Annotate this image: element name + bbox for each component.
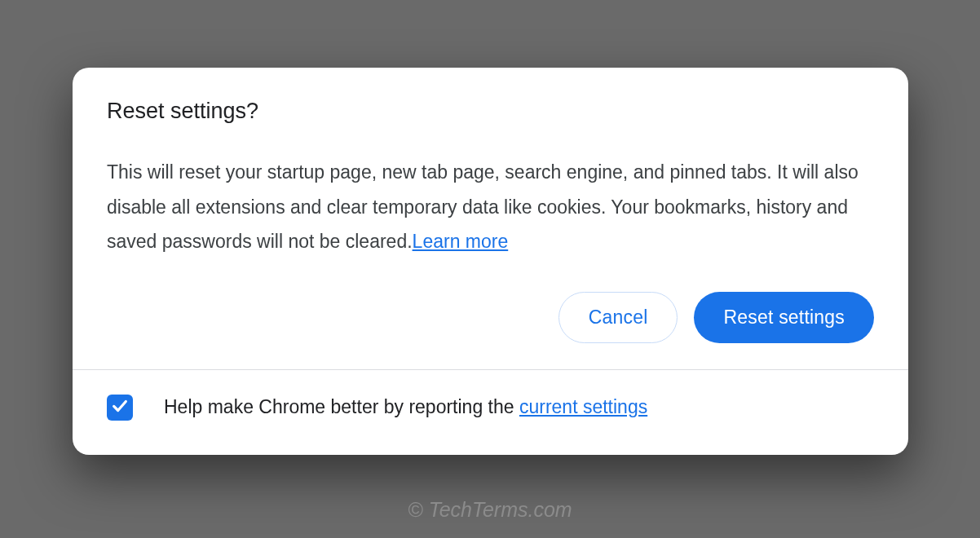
footer-text-prefix: Help make Chrome better by reporting the — [164, 396, 519, 417]
reset-settings-button[interactable]: Reset settings — [694, 292, 874, 343]
footer-text: Help make Chrome better by reporting the… — [164, 396, 647, 418]
watermark: © TechTerms.com — [408, 498, 572, 522]
current-settings-link[interactable]: current settings — [519, 396, 647, 417]
report-settings-checkbox[interactable] — [107, 395, 133, 421]
dialog-title: Reset settings? — [107, 99, 874, 124]
checkmark-icon — [111, 397, 129, 418]
dialog-body: Reset settings? This will reset your sta… — [73, 68, 908, 369]
cancel-button[interactable]: Cancel — [558, 292, 678, 343]
dialog-footer: Help make Chrome better by reporting the… — [73, 370, 908, 455]
dialog-actions: Cancel Reset settings — [107, 292, 874, 343]
reset-settings-dialog: Reset settings? This will reset your sta… — [73, 68, 908, 455]
dialog-description: This will reset your startup page, new t… — [107, 155, 874, 259]
learn-more-link[interactable]: Learn more — [413, 231, 509, 252]
